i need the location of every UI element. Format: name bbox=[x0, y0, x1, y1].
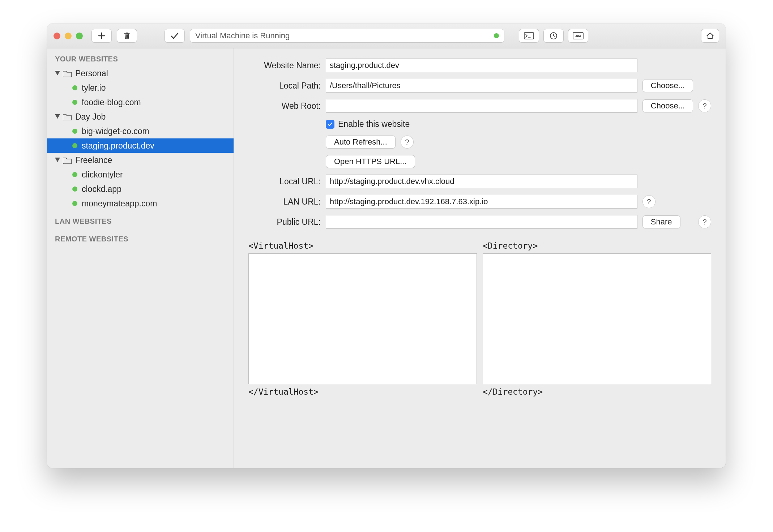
sidebar-site-moneymateapp[interactable]: moneymateapp.com bbox=[47, 196, 234, 211]
label-website-name: Website Name: bbox=[248, 61, 321, 70]
sidebar-folder-label: Freelance bbox=[75, 155, 112, 165]
web-root-help-button[interactable]: ? bbox=[698, 99, 711, 112]
vm-status-text: Virtual Machine is Running bbox=[195, 31, 290, 40]
choose-local-path-button[interactable]: Choose... bbox=[642, 79, 693, 92]
site-status-dot-icon bbox=[72, 172, 77, 177]
apply-button[interactable] bbox=[165, 29, 185, 43]
terminal-icon bbox=[524, 32, 534, 39]
enable-website-label: Enable this website bbox=[338, 119, 410, 129]
site-status-dot-icon bbox=[72, 201, 77, 206]
folder-icon bbox=[63, 113, 72, 120]
sidebar-site-label: tyler.io bbox=[82, 83, 106, 93]
main-panel: Website Name: Local Path: Choose... Web … bbox=[234, 48, 726, 468]
home-button[interactable] bbox=[701, 29, 719, 43]
checkmark-icon bbox=[170, 32, 179, 39]
folder-icon bbox=[63, 70, 72, 77]
local-url-input[interactable] bbox=[326, 175, 637, 188]
site-status-dot-icon bbox=[72, 100, 77, 105]
sidebar-folder-personal[interactable]: Personal bbox=[47, 66, 234, 81]
label-public-url: Public URL: bbox=[248, 217, 321, 227]
sidebar-folder-label: Day Job bbox=[75, 112, 106, 122]
disclosure-triangle-icon bbox=[55, 71, 60, 76]
sidebar-section-your-websites: YOUR WEBSITES bbox=[47, 48, 234, 66]
close-window-button[interactable] bbox=[54, 33, 60, 39]
disclosure-triangle-icon bbox=[55, 158, 60, 163]
label-local-url: Local URL: bbox=[248, 177, 321, 186]
sidebar-site-tyler-io[interactable]: tyler.io bbox=[47, 81, 234, 95]
titlebar: Virtual Machine is Running 404 bbox=[47, 23, 726, 48]
public-url-help-button[interactable]: ? bbox=[698, 215, 711, 228]
label-web-root: Web Root: bbox=[248, 101, 321, 111]
svg-text:404: 404 bbox=[575, 34, 581, 38]
public-url-input[interactable] bbox=[326, 215, 637, 229]
sidebar-section-lan-websites: LAN WEBSITES bbox=[47, 211, 234, 228]
config-area: <VirtualHost> </VirtualHost> <Directory>… bbox=[248, 241, 711, 396]
choose-web-root-button[interactable]: Choose... bbox=[642, 99, 693, 112]
add-button[interactable] bbox=[91, 29, 112, 43]
history-button[interactable] bbox=[543, 29, 564, 43]
local-path-input[interactable] bbox=[326, 79, 637, 93]
web-root-input[interactable] bbox=[326, 99, 637, 113]
sidebar-site-big-widget-co[interactable]: big-widget-co.com bbox=[47, 124, 234, 138]
disclosure-triangle-icon bbox=[55, 114, 60, 119]
lan-url-help-button[interactable]: ? bbox=[642, 195, 655, 208]
share-button[interactable]: Share bbox=[642, 215, 680, 228]
clock-icon bbox=[550, 32, 558, 40]
directory-textarea[interactable] bbox=[483, 253, 711, 384]
svg-rect-0 bbox=[524, 33, 534, 39]
sidebar-site-label: staging.product.dev bbox=[82, 141, 154, 151]
svg-marker-4 bbox=[55, 71, 60, 76]
vm-status-indicator-icon bbox=[494, 33, 499, 38]
virtualhost-textarea[interactable] bbox=[248, 253, 477, 384]
site-status-dot-icon bbox=[72, 85, 77, 90]
error-page-button[interactable]: 404 bbox=[568, 29, 588, 43]
app-window: Virtual Machine is Running 404 bbox=[47, 23, 726, 468]
window-controls bbox=[54, 33, 83, 39]
virtualhost-close-tag: </VirtualHost> bbox=[248, 387, 477, 396]
directory-open-tag: <Directory> bbox=[483, 241, 711, 250]
minimize-window-button[interactable] bbox=[65, 33, 72, 39]
terminal-button[interactable] bbox=[519, 29, 539, 43]
404-page-icon: 404 bbox=[573, 32, 584, 39]
svg-marker-6 bbox=[55, 158, 60, 162]
svg-marker-5 bbox=[55, 114, 60, 119]
label-local-path: Local Path: bbox=[248, 81, 321, 91]
site-status-dot-icon bbox=[72, 129, 77, 134]
home-icon bbox=[706, 32, 714, 40]
auto-refresh-help-button[interactable]: ? bbox=[401, 136, 414, 149]
sidebar-site-label: clickontyler bbox=[82, 170, 123, 180]
sidebar-site-label: foodie-blog.com bbox=[82, 98, 141, 107]
zoom-window-button[interactable] bbox=[76, 33, 83, 39]
label-lan-url: LAN URL: bbox=[248, 197, 321, 207]
sidebar-site-label: moneymateapp.com bbox=[82, 199, 157, 209]
sidebar-site-clockd-app[interactable]: clockd.app bbox=[47, 182, 234, 196]
enable-website-checkbox[interactable] bbox=[326, 120, 334, 129]
sidebar-site-staging-product-dev[interactable]: staging.product.dev bbox=[47, 138, 234, 153]
toolbar-right-group: 404 bbox=[519, 29, 588, 43]
sidebar-section-remote-websites: REMOTE WEBSITES bbox=[47, 228, 234, 246]
checkmark-icon bbox=[327, 121, 333, 127]
sidebar-site-clickontyler[interactable]: clickontyler bbox=[47, 167, 234, 182]
delete-button[interactable] bbox=[117, 29, 137, 43]
site-status-dot-icon bbox=[72, 143, 77, 148]
plus-icon bbox=[98, 32, 105, 39]
sidebar-folder-day-job[interactable]: Day Job bbox=[47, 110, 234, 124]
open-https-url-button[interactable]: Open HTTPS URL... bbox=[326, 155, 415, 168]
sidebar-site-label: big-widget-co.com bbox=[82, 126, 149, 136]
sidebar-folder-label: Personal bbox=[75, 69, 108, 78]
sidebar: YOUR WEBSITES Personal tyler.io foodie-b… bbox=[47, 48, 234, 468]
website-name-input[interactable] bbox=[326, 59, 637, 72]
directory-close-tag: </Directory> bbox=[483, 387, 711, 396]
sidebar-folder-freelance[interactable]: Freelance bbox=[47, 153, 234, 167]
folder-icon bbox=[63, 156, 72, 164]
site-status-dot-icon bbox=[72, 186, 77, 192]
virtualhost-open-tag: <VirtualHost> bbox=[248, 241, 477, 250]
sidebar-site-foodie-blog[interactable]: foodie-blog.com bbox=[47, 95, 234, 110]
auto-refresh-button[interactable]: Auto Refresh... bbox=[326, 136, 396, 149]
vm-status-field[interactable]: Virtual Machine is Running bbox=[190, 29, 504, 43]
trash-icon bbox=[123, 32, 131, 40]
lan-url-input[interactable] bbox=[326, 195, 637, 209]
sidebar-site-label: clockd.app bbox=[82, 184, 121, 194]
